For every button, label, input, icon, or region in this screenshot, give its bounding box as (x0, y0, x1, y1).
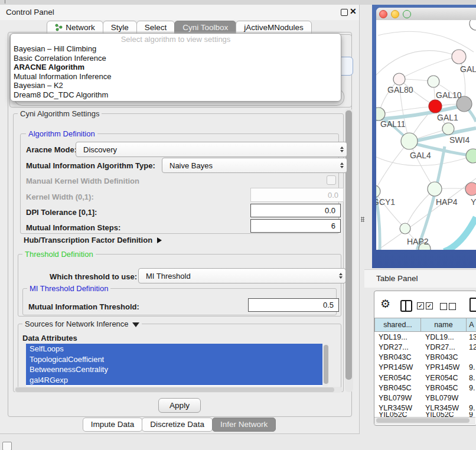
tab-infer-network[interactable]: Infer Network (212, 418, 276, 432)
list-item-topologicalcoefficient[interactable]: TopologicalCoefficient (26, 354, 322, 365)
gear-icon[interactable]: ⚙ (380, 297, 390, 311)
mi-type-combo[interactable]: Naive Bayes (162, 158, 347, 173)
table-row[interactable]: YBR045CYBR045C9. (374, 383, 476, 393)
close-traffic-light-icon[interactable] (379, 10, 387, 18)
settings-hscrollbar-thumb[interactable] (15, 387, 334, 392)
mi-threshold-value: 0.5 (323, 301, 334, 309)
tab-label: Select (145, 23, 167, 32)
table-row[interactable]: YER054CYER054C8. (374, 373, 476, 383)
apply-button[interactable]: Apply (158, 398, 201, 413)
page-icon[interactable] (470, 298, 476, 312)
menu-item-basic-correlation[interactable]: Basic Correlation Inference (11, 54, 341, 63)
list-item-gal4rgexp[interactable]: gal4RGexp (26, 375, 322, 386)
attr-list-vscrollbar-thumb[interactable] (324, 345, 328, 384)
dpi-tolerance-field[interactable]: 0.0 (250, 204, 341, 217)
cyni-settings-title: Cyni Algorithm Settings (18, 109, 102, 118)
cell-shared-name: YIL052C (374, 412, 420, 417)
network-node[interactable] (466, 149, 476, 163)
table-row[interactable]: YIL052CYIL052C9 (374, 412, 476, 417)
network-node-gcy1[interactable] (376, 185, 380, 197)
network-node[interactable] (452, 50, 466, 64)
cell-name: YBL079W (420, 394, 466, 402)
table-hscrollbar-thumb[interactable] (376, 418, 470, 423)
cell-shared-name: YLR345W (374, 404, 420, 412)
network-node-gal1[interactable] (429, 100, 442, 113)
node-label: Y (471, 197, 476, 207)
tab-label: Impute Data (91, 420, 135, 429)
combo-spinner-icon (339, 273, 343, 279)
screen: Control Panel ✕ Network Style Select Cyn… (0, 0, 476, 450)
cell-value: 8. (466, 374, 476, 382)
node-label: GAL4 (410, 151, 431, 160)
cell-shared-name: YDL19... (374, 333, 420, 341)
zoom-traffic-light-icon[interactable] (403, 10, 411, 18)
node-label: GAL1 (437, 113, 458, 122)
unchecked-box-icon[interactable] (440, 303, 447, 310)
table-row[interactable]: YBL079WYBL079W (374, 393, 476, 403)
network-node[interactable] (470, 20, 476, 30)
table-row[interactable]: YDR27...YDR27...12 (374, 342, 476, 352)
expander-down-icon (132, 322, 139, 327)
splitter-tick (5, 0, 5, 4)
cell-value: 12 (466, 343, 476, 351)
network-canvas[interactable]: GAL GAL80 GAL10 GAL1 GAL11 SWI4 GAL4 GCY… (376, 20, 476, 250)
cell-shared-name: YBR043C (374, 353, 420, 361)
checked-box-icon[interactable]: ✓ (417, 302, 424, 309)
split-pane-handle[interactable] (361, 217, 364, 222)
kernel-width-field[interactable]: 0.0 (250, 188, 344, 202)
algorithm-dropdown-placeholder: Select algorithm to view settings (11, 35, 341, 44)
network-node-hap2[interactable] (400, 223, 410, 234)
hub-expander[interactable]: Hub/Transcription Factor Definition (24, 236, 162, 244)
split-columns-icon[interactable] (400, 300, 412, 312)
cell-name: YER054C (420, 374, 466, 382)
expander-right-icon (157, 237, 162, 243)
minimized-panel-icon[interactable] (2, 442, 12, 450)
cell-value: 9. (466, 404, 476, 412)
network-node-gal80[interactable] (393, 73, 405, 85)
checked-box-icon[interactable]: ✓ (426, 302, 433, 309)
table-row[interactable]: YPR145WYPR145W9. (374, 362, 476, 372)
mi-steps-field[interactable]: 6 (250, 219, 341, 233)
tab-discretize-data[interactable]: Discretize Data (142, 418, 213, 432)
manual-kernel-label: Manual Kernel Width Definition (26, 177, 139, 185)
mi-steps-value: 6 (331, 221, 335, 230)
table-row[interactable]: YDL19...YDL19...13 (374, 332, 476, 342)
menu-item-aracne[interactable]: ARACNE Algorithm (11, 63, 341, 72)
cell-value: 9 (466, 412, 476, 417)
network-node-gal10[interactable] (428, 76, 439, 87)
column-header-partial[interactable]: A (466, 318, 476, 332)
list-item-betweennesscentrality[interactable]: BetweennessCentrality (26, 364, 322, 375)
menu-item-dream8[interactable]: Dream8 DC_TDC Algorithm (11, 90, 341, 100)
unchecked-box-icon[interactable] (449, 303, 456, 310)
which-threshold-value: MI Threshold (146, 272, 191, 281)
manual-kernel-checkbox[interactable] (327, 175, 336, 185)
menu-item-bayesian-hill-climbing[interactable]: Bayesian – Hill Climbing (11, 44, 341, 54)
cell-shared-name: YBL079W (374, 394, 420, 402)
menu-item-bayesian-k2[interactable]: Bayesian – K2 (11, 81, 341, 90)
network-node-pink[interactable] (465, 182, 476, 195)
network-node-swi4[interactable] (442, 123, 454, 135)
minimize-traffic-light-icon[interactable] (391, 10, 399, 18)
menu-item-mutual-information[interactable]: Mutual Information Inference (11, 72, 341, 81)
aracne-mode-combo[interactable]: Discovery (76, 142, 347, 157)
tab-label: jActiveMNodules (244, 23, 304, 32)
which-threshold-combo[interactable]: MI Threshold (138, 268, 346, 283)
mi-threshold-field[interactable]: 0.5 (248, 298, 339, 312)
close-icon[interactable]: ✕ (350, 6, 357, 16)
node-label: GAL80 (387, 85, 413, 94)
list-item-selfloops[interactable]: SelfLoops (26, 344, 322, 354)
column-header-shared-name[interactable]: shared... (374, 318, 421, 332)
column-header-name[interactable]: name (420, 318, 467, 332)
table-row[interactable]: YBR043CYBR043C (374, 352, 476, 362)
tab-impute-data[interactable]: Impute Data (83, 418, 143, 432)
table-row[interactable]: YLR345WYLR345W9. (374, 403, 476, 413)
which-threshold-label: Which threshold to use: (50, 272, 137, 281)
network-node-gal4[interactable] (401, 133, 418, 149)
combo-spinner-icon (340, 162, 344, 168)
float-window-icon[interactable] (341, 9, 348, 16)
network-node-hap4[interactable] (428, 182, 442, 196)
network-bright-edge (444, 217, 476, 250)
mi-threshold-label: Mutual Information Threshold: (28, 302, 139, 311)
sources-expander[interactable]: Sources for Network Inference (22, 319, 142, 328)
cell-name: YDR27... (420, 343, 466, 351)
